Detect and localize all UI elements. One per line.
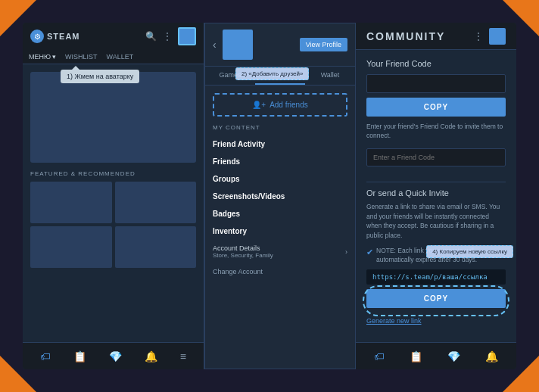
copy-link-button[interactable]: COPY <box>366 289 506 308</box>
quick-invite-title: Or send a Quick Invite <box>366 188 506 198</box>
community-more-icon[interactable]: ⋮ <box>474 31 483 42</box>
comm-taskbar-tag[interactable]: 🏷 <box>374 350 385 362</box>
featured-item-3 <box>30 226 112 268</box>
my-content-label: MY CONTENT <box>205 124 355 135</box>
taskbar-icon-menu[interactable]: ≡ <box>180 350 186 362</box>
steam-client-panel: ⚙ STEAM 🔍 ⋮ МЕНЮ ▾ WISHLIST WALLET 1) Жм… <box>23 23 204 369</box>
comm-taskbar-list[interactable]: 📋 <box>410 350 422 362</box>
steam-nav: МЕНЮ ▾ WISHLIST WALLET <box>23 50 204 64</box>
arrow-right-icon: › <box>345 248 347 256</box>
content-placeholder <box>30 72 196 163</box>
quick-invite-desc: Generate a link to share via email or SM… <box>366 202 506 241</box>
community-content: Your Friend Code COPY Enter your friend'… <box>356 50 516 342</box>
account-sub-label: Store, Security, Family <box>213 252 273 259</box>
comm-taskbar-bell[interactable]: 🔔 <box>485 350 498 362</box>
step4-annotation: 4) Копируем новую ссылку <box>426 245 513 258</box>
featured-item-2 <box>115 182 197 223</box>
search-icon[interactable]: 🔍 <box>145 31 157 42</box>
menu-inventory[interactable]: Inventory <box>205 222 355 240</box>
friend-code-input[interactable] <box>366 74 506 93</box>
featured-item-4 <box>115 226 197 268</box>
profile-popup: ‹ View Profile 2) «Добавить друзей» Game… <box>204 23 356 369</box>
generate-link-container: COPY 3) Создаем новую ссылку <box>366 289 506 313</box>
featured-label: FEATURED & RECOMMENDED <box>30 170 196 177</box>
check-icon: ✔ <box>366 247 373 257</box>
featured-item-1 <box>30 182 112 223</box>
steam-logo: ⚙ STEAM <box>30 30 80 43</box>
steam-header: ⚙ STEAM 🔍 ⋮ <box>23 23 204 50</box>
menu-account-details[interactable]: Account Details Store, Security, Family … <box>205 240 355 263</box>
steam-logo-icon: ⚙ <box>30 30 44 43</box>
add-friends-button[interactable]: 👤+ Add friends <box>213 93 347 117</box>
comm-taskbar-gem[interactable]: 💎 <box>447 350 460 362</box>
menu-friend-activity[interactable]: Friend Activity <box>205 135 355 153</box>
menu-change-account[interactable]: Change Account <box>205 263 355 280</box>
taskbar-icon-bell[interactable]: 🔔 <box>145 350 157 362</box>
menu-groups[interactable]: Groups <box>205 170 355 188</box>
more-options-icon[interactable]: ⋮ <box>163 31 172 42</box>
notice-container: ✔ NOTE: Each link you generate will auto… <box>366 247 506 265</box>
popup-header: ‹ View Profile <box>205 23 355 67</box>
tab-wallet[interactable]: Wallet <box>305 67 355 85</box>
step2-tooltip: 2) «Добавить друзей» <box>235 67 309 80</box>
friend-code-helper: Enter your friend's Friend Code to invit… <box>366 123 506 141</box>
enter-friend-code-input[interactable] <box>366 148 506 166</box>
steam-header-icons: 🔍 ⋮ <box>145 27 196 45</box>
taskbar-icon-tag[interactable]: 🏷 <box>40 350 51 362</box>
back-button[interactable]: ‹ <box>213 39 217 51</box>
friend-code-title: Your Friend Code <box>366 59 506 68</box>
featured-grid <box>30 182 196 268</box>
account-details-label: Account Details <box>213 244 273 252</box>
generate-new-link-button[interactable]: Generate new link <box>366 317 422 325</box>
taskbar-icon-list[interactable]: 📋 <box>73 350 86 362</box>
view-profile-button[interactable]: View Profile <box>300 38 347 51</box>
copy-friend-code-button[interactable]: COPY <box>366 98 506 117</box>
nav-menu[interactable]: МЕНЮ ▾ <box>29 53 56 61</box>
community-avatar[interactable] <box>489 28 506 45</box>
community-taskbar: 🏷 📋 💎 🔔 <box>356 342 516 369</box>
menu-badges[interactable]: Badges <box>205 205 355 222</box>
add-friends-icon: 👤+ <box>252 101 266 109</box>
nav-wishlist[interactable]: WISHLIST <box>65 53 98 61</box>
community-header: COMMUNITY ⋮ <box>356 23 516 50</box>
steam-taskbar: 🏷 📋 💎 🔔 ≡ <box>23 342 204 369</box>
main-wrapper: ⚙ STEAM 🔍 ⋮ МЕНЮ ▾ WISHLIST WALLET 1) Жм… <box>23 23 516 369</box>
link-display: https://s.team/p/ваша/ссылка <box>366 269 506 285</box>
user-avatar[interactable] <box>178 27 196 45</box>
nav-wallet[interactable]: WALLET <box>107 53 134 61</box>
menu-screenshots[interactable]: Screenshots/Videos <box>205 188 355 205</box>
steam-logo-text: STEAM <box>47 32 80 41</box>
community-title: COMMUNITY <box>366 30 445 42</box>
taskbar-icon-gem[interactable]: 💎 <box>109 350 122 362</box>
community-panel: COMMUNITY ⋮ Your Friend Code COPY Enter … <box>356 23 516 369</box>
divider <box>366 182 506 182</box>
steam-content: FEATURED & RECOMMENDED <box>23 64 204 342</box>
popup-avatar <box>223 30 253 60</box>
menu-friends[interactable]: Friends <box>205 153 355 170</box>
step1-tooltip: 1) Жмем на аватарку <box>61 70 139 83</box>
